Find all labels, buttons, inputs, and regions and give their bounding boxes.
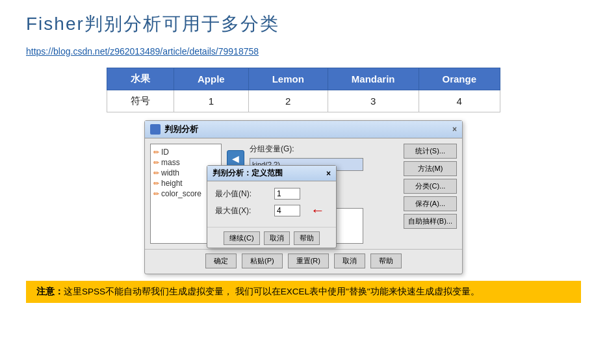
spss-subdialog-close[interactable]: × bbox=[326, 169, 331, 178]
bottom-btn-help[interactable]: 帮助 bbox=[370, 254, 402, 268]
subdialog-max-row: 最大值(X): ← bbox=[215, 205, 328, 216]
cell-2: 2 bbox=[248, 90, 328, 112]
spss-app-icon bbox=[150, 124, 161, 135]
bottom-btn-ok[interactable]: 确定 bbox=[205, 254, 237, 268]
col-header-fruit: 水果 bbox=[107, 68, 174, 90]
spss-dialog: 判别分析 × ✏ ID ✏ mass ✏ bbox=[144, 120, 463, 274]
spss-bottom-bar: 确定 粘贴(P) 重置(R) 取消 帮助 bbox=[145, 249, 462, 274]
subdialog-max-input[interactable] bbox=[274, 205, 300, 216]
cell-1: 1 bbox=[174, 90, 248, 112]
cell-symbol: 符号 bbox=[107, 90, 174, 112]
table-row: 符号 1 2 3 4 bbox=[107, 90, 500, 112]
pencil-icon-height: ✏ bbox=[153, 179, 159, 188]
page-container: Fisher判别分析可用于多分类 https://blog.csdn.net/z… bbox=[0, 0, 607, 364]
action-btn-stats[interactable]: 统计(S)... bbox=[404, 144, 457, 159]
varlist-label-mass[interactable]: mass bbox=[161, 158, 180, 167]
page-title: Fisher判别分析可用于多分类 bbox=[26, 12, 581, 36]
action-btn-classify[interactable]: 分类(C)... bbox=[404, 179, 457, 194]
spss-actions: 统计(S)... 方法(M) 分类(C)... 保存(A)... 自助抽样(B)… bbox=[404, 144, 457, 244]
red-arrow-icon: ← bbox=[311, 202, 325, 219]
fruit-table: 水果 Apple Lemon Mandarin Orange 符号 1 2 3 … bbox=[107, 68, 500, 112]
subdialog-min-input[interactable] bbox=[274, 188, 300, 200]
varlist-label-width[interactable]: width bbox=[161, 168, 179, 177]
cell-3: 3 bbox=[328, 90, 419, 112]
bottom-btn-paste[interactable]: 粘贴(P) bbox=[242, 254, 283, 268]
action-btn-save[interactable]: 保存(A)... bbox=[404, 196, 457, 211]
subdialog-min-label: 最小值(N): bbox=[215, 188, 270, 200]
subdialog-cancel-btn[interactable]: 取消 bbox=[264, 231, 290, 245]
cell-4: 4 bbox=[419, 90, 500, 112]
spss-subdialog-body: 最小值(N): 最大值(X): ← bbox=[207, 181, 336, 227]
csdn-link[interactable]: https://blog.csdn.net/z962013489/article… bbox=[26, 46, 259, 57]
col-header-apple: Apple bbox=[174, 68, 248, 90]
spss-close-btn[interactable]: × bbox=[452, 125, 457, 134]
subdialog-max-label: 最大值(X): bbox=[215, 205, 270, 216]
action-btn-bootstrap[interactable]: 自助抽样(B)... bbox=[404, 214, 457, 229]
varlist-label-id[interactable]: ID bbox=[161, 148, 169, 157]
varlist-item-id: ✏ ID bbox=[153, 147, 218, 157]
spss-area: 判别分析 × ✏ ID ✏ mass ✏ bbox=[26, 120, 581, 274]
col-header-mandarin: Mandarin bbox=[328, 68, 419, 90]
spss-subdialog-btns: 继续(C) 取消 帮助 bbox=[207, 227, 336, 248]
pencil-icon-id: ✏ bbox=[153, 148, 159, 157]
varlist-label-height[interactable]: height bbox=[161, 179, 183, 188]
spss-dialog-title: 判别分析 bbox=[164, 124, 198, 135]
subdialog-continue-btn[interactable]: 继续(C) bbox=[224, 231, 259, 245]
fruit-table-wrap: 水果 Apple Lemon Mandarin Orange 符号 1 2 3 … bbox=[26, 68, 581, 112]
spss-subdialog: 判别分析：定义范围 × 最小值(N): 最大值(X): ← bbox=[207, 165, 337, 248]
note-prefix: 注意： bbox=[36, 287, 64, 296]
pencil-icon-mass: ✏ bbox=[153, 159, 159, 167]
spss-titlebar: 判别分析 × bbox=[145, 121, 462, 138]
bottom-btn-cancel[interactable]: 取消 bbox=[334, 254, 365, 268]
note-bar: 注意：这里SPSS不能自动帮我们生成虚拟变量， 我们可以在EXCEL表中使用"替… bbox=[26, 281, 581, 303]
varlist-label-colorscore[interactable]: color_score bbox=[161, 189, 201, 198]
pencil-icon-colorscore: ✏ bbox=[153, 190, 159, 198]
link-bar: https://blog.csdn.net/z962013489/article… bbox=[26, 46, 581, 57]
note-text: 这里SPSS不能自动帮我们生成虚拟变量， 我们可以在EXCEL表中使用"替换"功… bbox=[64, 287, 480, 296]
spss-subdialog-titlebar: 判别分析：定义范围 × bbox=[207, 166, 336, 181]
bottom-btn-reset[interactable]: 重置(R) bbox=[288, 254, 329, 268]
col-header-lemon: Lemon bbox=[248, 68, 328, 90]
groupvar-label: 分组变量(G): bbox=[250, 144, 396, 155]
pencil-icon-width: ✏ bbox=[153, 169, 159, 177]
subdialog-min-row: 最小值(N): bbox=[215, 188, 328, 200]
spss-subdialog-title-text: 判别分析：定义范围 bbox=[213, 168, 283, 179]
subdialog-help-btn[interactable]: 帮助 bbox=[294, 231, 320, 245]
action-btn-method[interactable]: 方法(M) bbox=[404, 161, 457, 176]
spss-titlebar-left: 判别分析 bbox=[150, 124, 198, 135]
col-header-orange: Orange bbox=[419, 68, 500, 90]
